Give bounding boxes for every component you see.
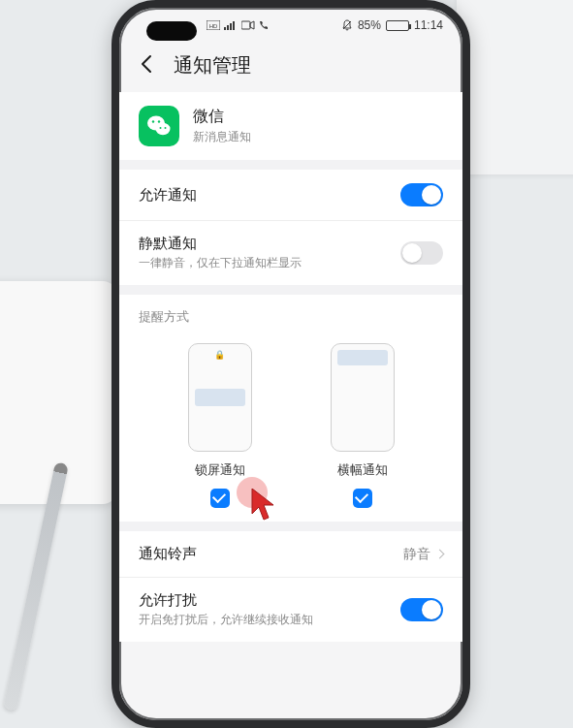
lockscreen-option[interactable]: 🔒 锁屏通知	[188, 343, 252, 508]
silent-label: 静默通知	[139, 235, 400, 253]
silent-sub: 一律静音，仅在下拉通知栏显示	[139, 255, 400, 271]
alert-options: 🔒 锁屏通知 横幅通知	[119, 335, 462, 522]
dnd-sub: 开启免打扰后，允许继续接收通知	[139, 612, 400, 628]
banner-label: 横幅通知	[331, 461, 395, 479]
chevron-right-icon	[435, 550, 445, 559]
lock-icon: 🔒	[214, 350, 225, 360]
allow-notification-toggle[interactable]	[400, 183, 443, 206]
svg-rect-4	[230, 23, 232, 30]
svg-rect-6	[241, 21, 250, 29]
svg-text:HD: HD	[209, 23, 218, 29]
clock: 11:14	[414, 18, 443, 32]
dnd-label: 允许打扰	[139, 591, 400, 610]
lockscreen-label: 锁屏通知	[188, 461, 252, 479]
dnd-toggle[interactable]	[400, 598, 443, 621]
banner-preview	[331, 343, 395, 452]
svg-rect-5	[233, 21, 235, 30]
signal-icon	[224, 20, 238, 30]
battery-text: 85%	[358, 18, 381, 32]
allow-notification-label: 允许通知	[139, 186, 400, 205]
silent-toggle[interactable]	[400, 241, 443, 265]
svg-point-13	[165, 127, 167, 129]
app-info-row[interactable]: 微信 新消息通知	[119, 92, 462, 160]
lockscreen-checkbox[interactable]	[210, 489, 230, 508]
banner-checkbox[interactable]	[353, 489, 372, 508]
sound-label: 通知铃声	[139, 545, 403, 563]
svg-rect-3	[227, 25, 229, 30]
svg-point-9	[156, 123, 171, 135]
svg-point-11	[158, 120, 160, 122]
dnd-row[interactable]: 允许打扰 开启免打扰后，允许继续接收通知	[119, 577, 462, 642]
allow-notification-row[interactable]: 允许通知	[119, 170, 462, 220]
video-icon	[241, 20, 255, 30]
silent-notification-row[interactable]: 静默通知 一律静音，仅在下拉通知栏显示	[119, 220, 462, 285]
svg-rect-2	[224, 27, 226, 30]
page-title: 通知管理	[174, 52, 251, 79]
wechat-icon	[139, 106, 179, 146]
svg-point-10	[152, 120, 154, 122]
dnd-icon	[341, 19, 353, 31]
sound-value: 静音	[403, 546, 430, 563]
hd-icon: HD	[207, 20, 220, 30]
app-subtitle: 新消息通知	[193, 129, 251, 145]
alert-group-title: 提醒方式	[119, 295, 462, 335]
battery-icon	[386, 20, 409, 31]
phone-icon	[259, 20, 269, 30]
banner-option[interactable]: 横幅通知	[331, 343, 395, 508]
header: 通知管理	[119, 43, 462, 92]
camera-cutout	[146, 21, 197, 41]
svg-point-12	[160, 127, 162, 129]
back-button[interactable]	[137, 53, 158, 79]
app-name: 微信	[193, 107, 251, 127]
sound-row[interactable]: 通知铃声 静音	[119, 531, 462, 577]
phone-frame: HD 85% 11:14 通知管理	[111, 0, 470, 728]
lockscreen-preview: 🔒	[188, 343, 252, 452]
